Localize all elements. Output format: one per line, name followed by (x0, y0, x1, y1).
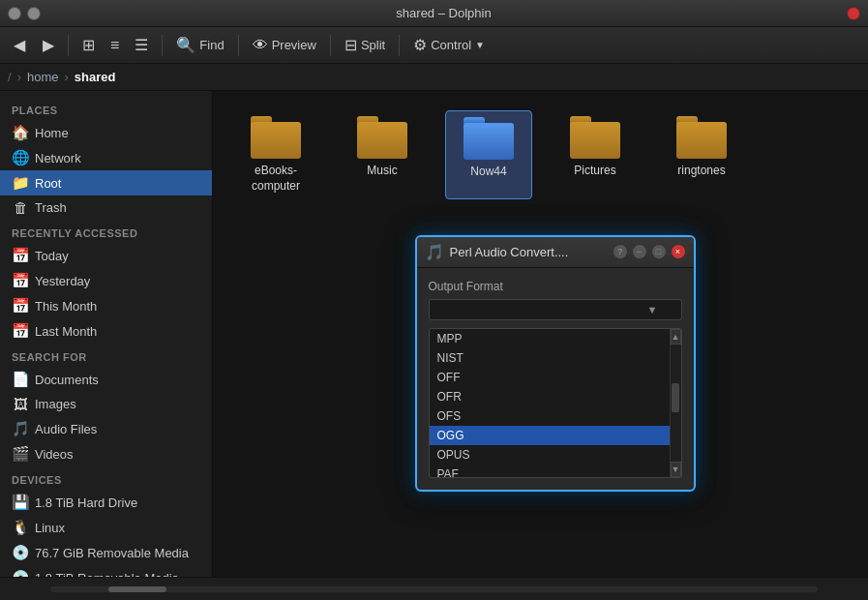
listbox-item-opus[interactable]: OPUS (430, 445, 670, 465)
control-arrow-icon: ▼ (475, 40, 485, 50)
sidebar-item-images[interactable]: 🖼 Images (0, 392, 212, 416)
sidebar-item-removable2[interactable]: 💿 1.8 TiB Removable Media (0, 565, 212, 577)
sidebar-item-documents[interactable]: 📄 Documents (0, 367, 212, 392)
sidebar-item-removable1-label: 76.7 GiB Removable Media (35, 546, 189, 560)
network-icon: 🌐 (12, 149, 29, 166)
back-button[interactable]: ◀ (6, 32, 33, 58)
dialog-title-text: Perl Audio Convert.... (450, 245, 569, 259)
sidebar-item-hdd[interactable]: 💾 1.8 TiB Hard Drive (0, 490, 212, 515)
linux-icon: 🐧 (12, 519, 29, 536)
sidebar-item-trash-label: Trash (35, 200, 67, 215)
scroll-up-button[interactable]: ▲ (671, 329, 681, 345)
maximize-button[interactable] (27, 7, 41, 20)
breadcrumb-current: shared (75, 70, 116, 84)
sidebar-item-trash[interactable]: 🗑 Trash (0, 195, 212, 220)
listbox-item-nist[interactable]: NIST (430, 348, 670, 368)
back-icon: ◀ (14, 36, 25, 54)
file-item-ringtones[interactable]: ringtones (658, 110, 745, 199)
window-controls-left (8, 7, 41, 20)
forward-button[interactable]: ▶ (35, 32, 62, 58)
preview-button[interactable]: 👁 Preview (245, 33, 324, 58)
view-compact-button[interactable]: ≡ (103, 32, 127, 58)
listbox-item-ofr[interactable]: OFR (430, 387, 670, 406)
breadcrumb-home[interactable]: home (27, 70, 59, 84)
dialog-close-button[interactable]: × (671, 244, 686, 259)
file-item-pictures[interactable]: Pictures (552, 110, 639, 199)
scrollbar-thumb (108, 586, 166, 592)
output-format-select[interactable]: ▼ (429, 299, 682, 320)
this-month-icon: 📅 (12, 297, 29, 315)
find-button[interactable]: 🔍 Find (168, 32, 231, 58)
sidebar-item-this-month[interactable]: 📅 This Month (0, 293, 212, 318)
sidebar-item-home[interactable]: 🏠 Home (0, 120, 212, 145)
preview-label: Preview (272, 38, 316, 52)
home-icon: 🏠 (12, 124, 29, 141)
folder-icon-pictures (570, 116, 620, 159)
listbox-scrollbar[interactable]: ▲ ▼ (670, 329, 681, 477)
dialog-title-group: 🎵 Perl Audio Convert.... (425, 243, 569, 261)
file-label-ringtones: ringtones (677, 164, 725, 179)
listbox-item-ogg[interactable]: OGG (430, 426, 670, 445)
sidebar-item-network[interactable]: 🌐 Network (0, 145, 212, 170)
toolbar-separator-1 (68, 35, 69, 56)
sidebar-item-last-month[interactable]: 📅 Last Month (0, 318, 212, 344)
statusbar (0, 577, 868, 600)
output-format-select-wrapper: ▼ (429, 299, 682, 320)
sidebar-item-images-label: Images (35, 397, 76, 411)
listbox-items: MPP NIST OFF OFR OFS OGG OPUS PAF PVF RA (430, 329, 670, 477)
scroll-down-button[interactable]: ▼ (671, 462, 681, 477)
nav-buttons: ◀ ▶ (6, 32, 62, 58)
sidebar-item-removable1[interactable]: 💿 76.7 GiB Removable Media (0, 540, 212, 565)
output-format-label: Output Format (429, 280, 682, 293)
sidebar-item-root[interactable]: 📁 Root (0, 170, 212, 195)
split-icon: ⊟ (344, 36, 357, 54)
yesterday-icon: 📅 (12, 272, 29, 289)
toolbar: ◀ ▶ ⊞ ≡ ☰ 🔍 Find 👁 Preview ⊟ Split ⚙ Con… (0, 27, 868, 64)
file-item-music[interactable]: Music (339, 110, 426, 199)
format-listbox[interactable]: MPP NIST OFF OFR OFS OGG OPUS PAF PVF RA (429, 328, 682, 478)
sidebar-item-audio[interactable]: 🎵 Audio Files (0, 416, 212, 441)
sidebar-item-audio-label: Audio Files (35, 422, 97, 436)
minimize-button[interactable] (8, 7, 21, 20)
listbox-item-mpp[interactable]: MPP (430, 329, 670, 348)
sidebar-item-today-label: Today (35, 249, 69, 263)
scroll-thumb (672, 383, 679, 412)
select-arrow-icon: ▼ (647, 304, 658, 315)
sidebar-item-videos[interactable]: 🎬 Videos (0, 441, 212, 466)
view-icons-button[interactable]: ⊞ (75, 32, 103, 58)
file-item-ebooks[interactable]: eBooks-computer (232, 110, 319, 199)
file-label-now44: Now44 (470, 165, 506, 180)
dialog-help-button[interactable]: ? (613, 244, 628, 259)
file-label-music: Music (367, 164, 397, 179)
sidebar-item-today[interactable]: 📅 Today (0, 243, 212, 268)
dialog-titlebar: 🎵 Perl Audio Convert.... ? − □ × (417, 237, 694, 268)
scrollbar-track[interactable] (50, 586, 818, 592)
close-button[interactable] (847, 7, 860, 20)
sidebar-item-videos-label: Videos (35, 447, 74, 462)
search-icon: 🔍 (176, 36, 195, 54)
dialog-minimize-button[interactable]: − (632, 244, 647, 259)
split-button[interactable]: ⊟ Split (337, 32, 393, 58)
sidebar-item-yesterday-label: Yesterday (35, 274, 90, 288)
sidebar-item-linux[interactable]: 🐧 Linux (0, 515, 212, 540)
dialog-maximize-button[interactable]: □ (651, 244, 667, 259)
view-details-button[interactable]: ☰ (127, 32, 156, 58)
images-icon: 🖼 (12, 396, 29, 412)
documents-icon: 📄 (12, 371, 29, 388)
sidebar: Places 🏠 Home 🌐 Network 📁 Root 🗑 Trash R… (0, 91, 213, 577)
listbox-item-paf[interactable]: PAF (430, 465, 670, 477)
sidebar-item-yesterday[interactable]: 📅 Yesterday (0, 268, 212, 293)
recently-accessed-header: Recently Accessed (0, 220, 212, 243)
titlebar: shared – Dolphin (0, 0, 868, 27)
hdd-icon: 💾 (12, 494, 29, 511)
dialog-body: Output Format ▼ MPP NIST OFF OFR (417, 268, 694, 490)
folder-icon-ebooks (251, 116, 301, 159)
sidebar-item-hdd-label: 1.8 TiB Hard Drive (35, 495, 137, 510)
find-label: Find (199, 38, 224, 52)
trash-icon: 🗑 (12, 199, 29, 216)
forward-icon: ▶ (43, 36, 54, 54)
control-button[interactable]: ⚙ Control ▼ (405, 32, 493, 58)
listbox-item-off[interactable]: OFF (430, 368, 670, 387)
file-item-now44[interactable]: Now44 (445, 110, 532, 199)
listbox-item-ofs[interactable]: OFS (430, 406, 670, 426)
